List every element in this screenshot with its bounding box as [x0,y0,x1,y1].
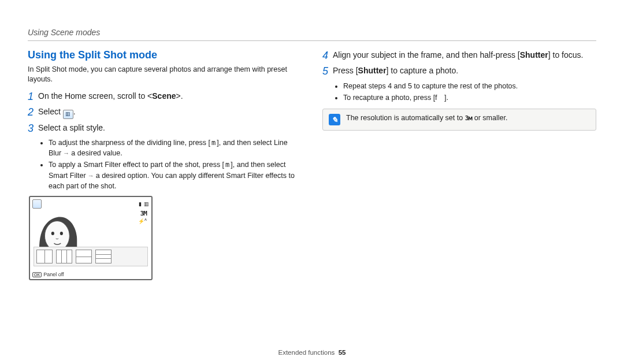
page: Using Scene modes Using the Split Shot m… [0,0,624,364]
resolution-note: ✎ The resolution is automatically set to… [322,109,596,131]
bullet-recapture: To recapture a photo, press [f ]. [343,92,596,103]
arrow-icon [86,172,96,180]
step-2: 2 Select ▥. [28,106,302,119]
menu-button-glyph: m [210,138,217,148]
bullet-line-blur: To adjust the sharpness of the dividing … [49,138,302,159]
camera-bottom-bar: OK Panel off [32,272,64,277]
layout-option-3col[interactable] [56,250,72,263]
step-number: 3 [28,122,38,135]
step-text: On the Home screen, scroll to <Scene>. [38,90,183,102]
resolution-indicator: 3M [140,210,147,218]
footer-section: Extended functions [278,349,335,356]
running-header: Using Scene modes [28,28,596,37]
battery-icon: ▥ [144,201,149,207]
camera-top-bar: ▮ ▥ [32,199,149,209]
split-layout-picker [34,247,148,266]
menu-button-glyph: m [224,160,231,170]
svg-point-1 [51,232,54,235]
left-bullets: To adjust the sharpness of the dividing … [49,138,302,191]
arrow-icon [61,149,71,157]
layout-option-3row[interactable] [95,250,112,263]
panel-off-label: Panel off [43,272,64,277]
svg-point-2 [60,232,63,235]
page-footer: Extended functions 55 [0,349,624,356]
step-text: Select a split style. [38,122,105,134]
left-steps: 1 On the Home screen, scroll to <Scene>.… [28,90,302,135]
card-icon: ▮ [139,201,142,207]
ok-button-icon: OK [32,272,42,277]
step-1: 1 On the Home screen, scroll to <Scene>. [28,90,302,103]
note-icon: ✎ [329,114,340,125]
flash-indicator: ⚡A [138,218,147,225]
intro-text: In Split Shot mode, you can capture seve… [28,65,302,84]
step-text: Align your subject in the frame, and the… [333,49,583,61]
note-text: The resolution is automatically set to 3… [346,114,507,122]
right-steps: 4 Align your subject in the frame, and t… [322,49,596,79]
step-number: 4 [322,49,333,62]
page-number: 55 [339,349,346,356]
columns: Using the Split Shot mode In Split Shot … [28,49,596,280]
camera-right-indicators: 3M ⚡A [138,210,147,225]
left-column: Using the Split Shot mode In Split Shot … [28,49,302,280]
right-column: 4 Align your subject in the frame, and t… [322,49,596,280]
right-bullets: Repeat steps 4 and 5 to capture the rest… [343,81,596,103]
section-title: Using the Split Shot mode [28,49,302,61]
camera-screenshot: ▮ ▥ 3M ⚡A [29,196,153,280]
resolution-glyph: 3ᴍ [465,114,473,122]
step-5: 5 Press [Shutter] to capture a photo. [322,65,596,78]
step-4: 4 Align your subject in the frame, and t… [322,49,596,62]
step-text: Press [Shutter] to capture a photo. [333,65,458,77]
mode-badge-icon [32,199,42,209]
layout-option-2row[interactable] [76,250,92,263]
layout-option-2col[interactable] [36,250,53,263]
split-shot-mode-icon: ▥ [63,110,73,119]
header-rule [28,40,596,41]
step-3: 3 Select a split style. [28,122,302,135]
step-number: 2 [28,106,38,119]
bullet-smart-filter: To apply a Smart Filter effect to part o… [49,159,302,191]
status-indicators: ▮ ▥ [139,201,149,207]
step-number: 1 [28,90,38,103]
bullet-repeat: Repeat steps 4 and 5 to capture the rest… [343,81,596,91]
step-text: Select ▥. [38,106,76,119]
step-number: 5 [322,65,333,78]
